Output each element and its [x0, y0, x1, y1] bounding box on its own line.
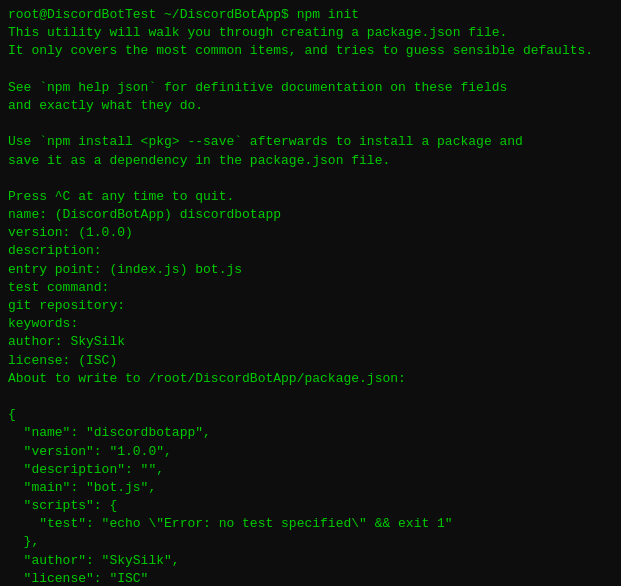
prompt-line: root@DiscordBotTest ~/DiscordBotApp$ npm…	[8, 6, 613, 24]
terminal-line: test command:	[8, 279, 613, 297]
terminal-output: This utility will walk you through creat…	[8, 24, 613, 586]
terminal-line: "description": "",	[8, 461, 613, 479]
terminal-line: "version": "1.0.0",	[8, 443, 613, 461]
terminal-line	[8, 61, 613, 79]
terminal-line: "test": "echo \"Error: no test specified…	[8, 515, 613, 533]
terminal-line: "main": "bot.js",	[8, 479, 613, 497]
terminal-line: This utility will walk you through creat…	[8, 24, 613, 42]
terminal-line: and exactly what they do.	[8, 97, 613, 115]
terminal-line: See `npm help json` for definitive docum…	[8, 79, 613, 97]
terminal-line: Use `npm install <pkg> --save` afterward…	[8, 133, 613, 151]
terminal-line: "author": "SkySilk",	[8, 552, 613, 570]
terminal-line	[8, 115, 613, 133]
terminal-line: "license": "ISC"	[8, 570, 613, 586]
terminal-line	[8, 170, 613, 188]
terminal-window: root@DiscordBotTest ~/DiscordBotApp$ npm…	[0, 0, 621, 586]
terminal-line: Press ^C at any time to quit.	[8, 188, 613, 206]
terminal-line: },	[8, 533, 613, 551]
terminal-line: author: SkySilk	[8, 333, 613, 351]
terminal-line: description:	[8, 242, 613, 260]
terminal-line: It only covers the most common items, an…	[8, 42, 613, 60]
terminal-line: license: (ISC)	[8, 352, 613, 370]
terminal-line: version: (1.0.0)	[8, 224, 613, 242]
terminal-line: "name": "discordbotapp",	[8, 424, 613, 442]
prompt-text: root@DiscordBotTest ~/DiscordBotApp$ npm…	[8, 7, 359, 22]
terminal-line	[8, 388, 613, 406]
terminal-line: git repository:	[8, 297, 613, 315]
terminal-line: {	[8, 406, 613, 424]
terminal-line: "scripts": {	[8, 497, 613, 515]
terminal-line: keywords:	[8, 315, 613, 333]
terminal-line: name: (DiscordBotApp) discordbotapp	[8, 206, 613, 224]
terminal-line: entry point: (index.js) bot.js	[8, 261, 613, 279]
terminal-line: About to write to /root/DiscordBotApp/pa…	[8, 370, 613, 388]
terminal-line: save it as a dependency in the package.j…	[8, 152, 613, 170]
